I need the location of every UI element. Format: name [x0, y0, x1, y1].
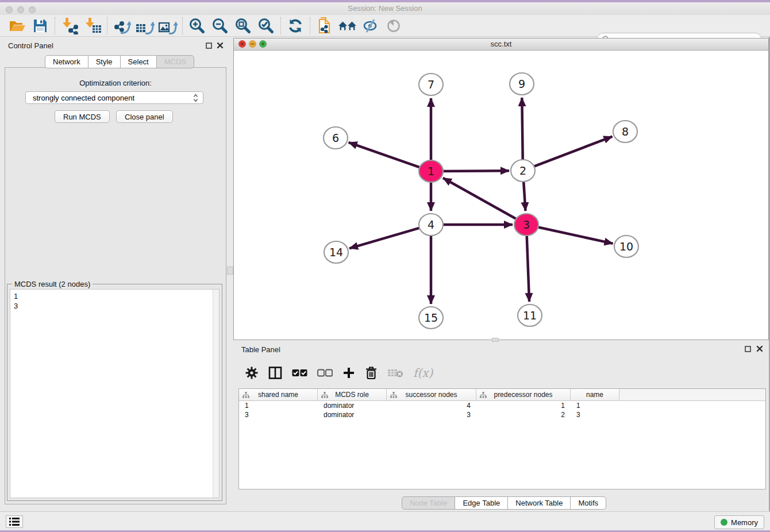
table-cell: 3 [387, 411, 476, 419]
graph-node-9[interactable]: 9 [510, 73, 534, 95]
graph-edge-4-14[interactable] [349, 226, 428, 249]
node-table: shared name MCDS role successor nodes pr… [238, 388, 766, 489]
tab-network-table[interactable]: Network Table [507, 496, 571, 510]
network-window-titlebar[interactable]: scc.txt [234, 38, 768, 51]
zoom-window-icon[interactable] [29, 6, 36, 13]
control-panel-title: Control Panel [8, 41, 53, 50]
panel-divider-handle-horizontal[interactable] [492, 338, 499, 342]
tab-mcds[interactable]: MCDS [156, 55, 194, 68]
export-image-icon[interactable] [156, 16, 179, 36]
graph-node-10[interactable]: 10 [614, 236, 638, 257]
svg-text:11: 11 [523, 309, 537, 322]
graph-edge-3-11[interactable] [526, 228, 529, 302]
eye-edit-icon[interactable] [359, 16, 382, 36]
import-table-icon[interactable] [81, 16, 104, 36]
svg-text:1: 1 [428, 165, 434, 178]
close-table-panel-icon[interactable] [756, 344, 763, 354]
import-network-icon[interactable] [58, 16, 81, 36]
minimize-window-icon[interactable] [17, 6, 24, 13]
column-header-successor-nodes[interactable]: successor nodes [387, 389, 476, 400]
svg-text:15: 15 [424, 311, 438, 324]
graph-node-15[interactable]: 15 [419, 307, 443, 329]
run-mcds-button[interactable]: Run MCDS [55, 110, 110, 123]
network-window-controls[interactable] [238, 40, 267, 48]
graph-node-1[interactable]: 1 [419, 160, 443, 182]
panel-divider-handle[interactable] [227, 267, 233, 275]
network-canvas[interactable]: 7968124314101511 [234, 51, 768, 340]
hierarchy-icon [321, 392, 328, 400]
home-icon[interactable] [336, 16, 359, 36]
column-header-shared-name[interactable]: shared name [239, 389, 318, 400]
svg-text:9: 9 [518, 78, 525, 90]
zoom-selected-icon[interactable] [255, 16, 278, 36]
close-window-icon[interactable] [6, 6, 13, 13]
graph-node-3[interactable]: 3 [514, 214, 538, 236]
minimize-network-icon[interactable] [249, 40, 256, 48]
tab-node-table[interactable]: Node Table [402, 496, 456, 510]
graph-edge-3-1[interactable] [443, 178, 523, 223]
close-panel-button[interactable]: Close panel [116, 110, 173, 123]
network-graph[interactable]: 7968124314101511 [234, 51, 768, 340]
criterion-select[interactable]: strongly connected component [25, 91, 203, 104]
tab-edge-table[interactable]: Edge Table [455, 496, 508, 510]
memory-button[interactable]: Memory [714, 515, 764, 529]
network-window: scc.txt 7968124314101511 [233, 38, 769, 340]
select-all-icon[interactable] [292, 369, 307, 377]
float-table-panel-icon[interactable] [745, 344, 751, 354]
column-header-predecessor-nodes[interactable]: predecessor nodes [476, 389, 571, 400]
graph-node-11[interactable]: 11 [518, 304, 542, 326]
float-panel-icon[interactable] [206, 41, 212, 51]
export-table-icon[interactable] [133, 16, 156, 36]
open-session-icon[interactable] [6, 16, 29, 36]
table-cell: 4 [387, 402, 476, 410]
graph-edge-1-6[interactable] [349, 142, 428, 170]
zoom-out-icon[interactable] [209, 16, 232, 36]
graph-node-2[interactable]: 2 [511, 160, 535, 182]
close-network-icon[interactable] [238, 40, 246, 48]
graph-edge-1-2[interactable] [434, 171, 509, 171]
refresh-icon[interactable] [284, 16, 307, 36]
memory-status-icon [721, 519, 727, 526]
table-row[interactable]: 1dominator411 [239, 401, 765, 410]
tab-select[interactable]: Select [120, 55, 157, 68]
task-history-button[interactable] [6, 515, 23, 528]
column-header-filler [619, 389, 765, 400]
graph-edge-2-9[interactable] [522, 98, 523, 167]
mcds-result-list[interactable]: 1 3 [10, 289, 220, 498]
settings-gear-icon[interactable] [245, 366, 259, 380]
eye-disabled-icon[interactable] [382, 16, 405, 36]
column-header-name[interactable]: name [571, 389, 619, 400]
close-panel-icon[interactable] [217, 41, 224, 51]
graph-node-6[interactable]: 6 [324, 127, 348, 149]
graph-node-14[interactable]: 14 [324, 241, 348, 263]
duplicate-network-icon[interactable] [313, 16, 336, 36]
zoom-in-icon[interactable] [186, 16, 209, 36]
graph-node-8[interactable]: 8 [613, 121, 637, 142]
table-row[interactable]: 3dominator323 [239, 410, 765, 419]
status-bar: Memory [0, 511, 770, 530]
add-column-icon[interactable] [342, 367, 355, 379]
column-layout-icon[interactable] [268, 366, 282, 380]
deselect-all-icon[interactable] [317, 369, 333, 377]
column-header-mcds-role[interactable]: MCDS role [318, 389, 387, 400]
window-controls[interactable] [6, 5, 40, 16]
table-cell: 1 [239, 402, 318, 410]
graph-node-4[interactable]: 4 [419, 214, 443, 236]
graph-node-7[interactable]: 7 [419, 74, 443, 95]
graph-edge-2-8[interactable] [526, 137, 613, 169]
zoom-fit-icon[interactable] [232, 16, 255, 36]
function-builder-icon: f(x) [413, 366, 433, 380]
save-session-icon[interactable] [29, 16, 52, 36]
delete-table-icon [387, 368, 403, 378]
zoom-network-icon[interactable] [259, 40, 267, 48]
tab-network[interactable]: Network [45, 55, 88, 68]
export-network-icon[interactable] [110, 16, 133, 36]
graph-edge-3-10[interactable] [530, 225, 613, 244]
tab-motifs[interactable]: Motifs [570, 496, 606, 510]
tab-style[interactable]: Style [88, 55, 121, 68]
table-body: 1dominator4113dominator323 [239, 401, 765, 419]
memory-label: Memory [731, 518, 758, 527]
table-cell: dominator [318, 411, 387, 419]
result-scrollbar[interactable] [213, 290, 219, 498]
delete-column-icon[interactable] [365, 366, 378, 380]
